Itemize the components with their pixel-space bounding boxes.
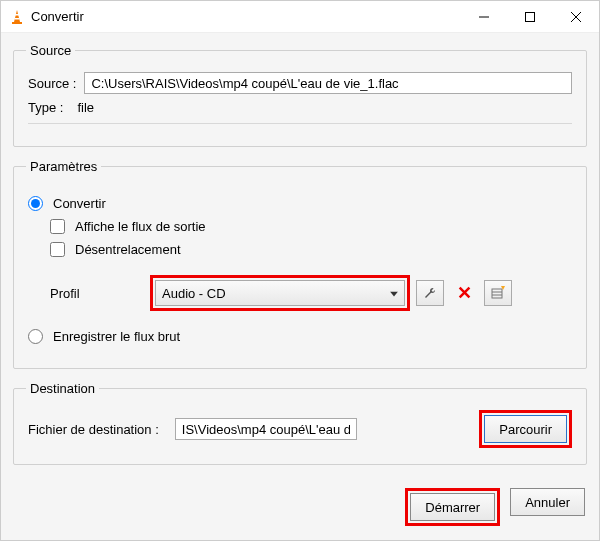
svg-rect-2 [15,14,19,16]
svg-rect-5 [526,12,535,21]
browse-button[interactable]: Parcourir [484,415,567,443]
x-icon: ✕ [457,282,472,304]
type-value: file [77,100,94,115]
dump-raw-label: Enregistrer le flux brut [53,329,180,344]
profile-combobox[interactable]: Audio - CD [155,280,405,306]
start-highlight: Démarrer [405,488,500,526]
dialog-footer: Démarrer Annuler [405,488,585,526]
window-controls [461,1,599,33]
svg-rect-1 [12,22,22,24]
close-button[interactable] [553,1,599,33]
window-title: Convertir [31,9,461,24]
convert-label: Convertir [53,196,106,211]
delete-profile-button[interactable]: ✕ [450,280,478,306]
profile-highlight: Audio - CD [150,275,410,311]
type-label: Type : [28,100,63,115]
minimize-button[interactable] [461,1,507,33]
edit-profile-button[interactable] [416,280,444,306]
browse-highlight: Parcourir [479,410,572,448]
start-button[interactable]: Démarrer [410,493,495,521]
dump-raw-radio[interactable] [28,329,43,344]
wrench-icon [423,286,437,300]
svg-marker-0 [14,10,20,22]
profile-label: Profil [50,286,150,301]
show-output-checkbox[interactable] [50,219,65,234]
destination-label: Fichier de destination : [28,422,159,437]
show-output-label: Affiche le flux de sortie [75,219,206,234]
deinterlace-label: Désentrelacement [75,242,181,257]
source-label: Source : [28,76,76,91]
convert-dialog: Convertir Source Source : Type : file [0,0,600,541]
titlebar: Convertir [1,1,599,33]
convert-radio[interactable] [28,196,43,211]
svg-rect-9 [492,289,502,298]
svg-marker-8 [390,292,398,297]
deinterlace-checkbox[interactable] [50,242,65,257]
vlc-icon [9,9,25,25]
destination-input[interactable] [175,418,357,440]
profile-value: Audio - CD [162,286,226,301]
params-group: Paramètres Convertir Affiche le flux de … [13,159,587,369]
svg-rect-3 [15,18,20,20]
maximize-button[interactable] [507,1,553,33]
params-legend: Paramètres [26,159,101,174]
destination-group: Destination Fichier de destination : Par… [13,381,587,465]
new-profile-icon [491,286,505,300]
source-legend: Source [26,43,75,58]
source-group: Source Source : Type : file [13,43,587,147]
destination-legend: Destination [26,381,99,396]
cancel-button[interactable]: Annuler [510,488,585,516]
new-profile-button[interactable] [484,280,512,306]
source-input[interactable] [84,72,572,94]
chevron-down-icon [390,286,398,301]
